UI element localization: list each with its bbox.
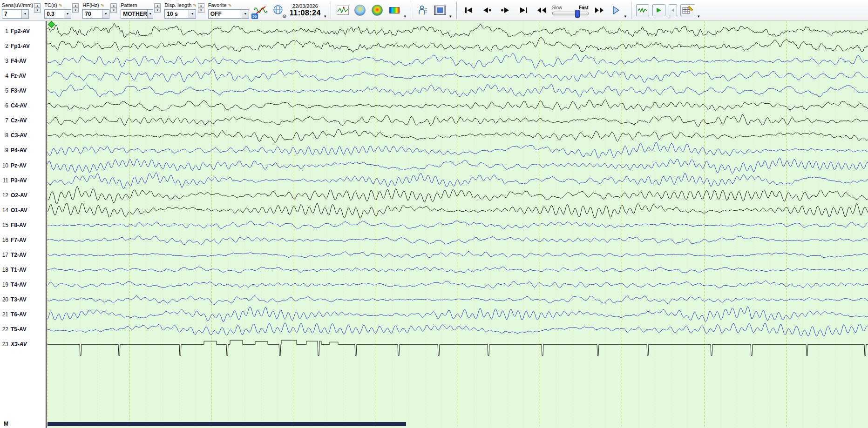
step-forward-button[interactable] bbox=[498, 4, 513, 16]
speed-fast-label: Fast bbox=[579, 5, 589, 11]
sens-select[interactable]: 7▼ bbox=[2, 9, 29, 19]
eeg-trace-canvas[interactable] bbox=[47, 21, 868, 428]
disp-length-dropdown-arrow[interactable]: ▼ bbox=[189, 10, 196, 18]
toolbar-group-tc: TC(s)✎0.3▼▲▼ bbox=[44, 2, 79, 19]
pattern-spinner-up[interactable]: ▲ bbox=[154, 3, 161, 8]
waveform-area[interactable] bbox=[47, 21, 868, 428]
maps-dropdown-arrow[interactable]: ▾ bbox=[404, 14, 406, 19]
hf-select[interactable]: 70▼ bbox=[82, 9, 109, 19]
channel-row-T2-AV[interactable]: 17T2-AV bbox=[0, 251, 46, 259]
step-back-button[interactable] bbox=[480, 4, 495, 16]
sens-dropdown-arrow[interactable]: ▼ bbox=[21, 10, 28, 18]
toolbar-group-sens: Sens(uV/mm)7▼▲▼ bbox=[2, 2, 41, 19]
channel-label: Fp1-AV bbox=[11, 43, 30, 49]
review-play-button[interactable] bbox=[652, 4, 665, 16]
disp-length-spinner-up[interactable]: ▲ bbox=[198, 3, 204, 8]
hf-dropdown-arrow[interactable]: ▼ bbox=[102, 10, 109, 18]
favorite-select[interactable]: OFF▼ bbox=[208, 9, 249, 19]
channel-row-Fp1-AV[interactable]: 2Fp1-AV bbox=[0, 42, 46, 50]
toolbar-separator bbox=[411, 1, 411, 19]
tc-select[interactable]: 0.3▼ bbox=[44, 9, 71, 19]
channel-row-T5-AV[interactable]: 22T5-AV bbox=[0, 326, 46, 333]
channel-label: T5-AV bbox=[11, 326, 27, 333]
go-to-start-button[interactable] bbox=[461, 4, 476, 16]
channel-label: T3-AV bbox=[11, 296, 27, 303]
spectrogram-button[interactable] bbox=[387, 2, 401, 18]
channel-row-Fz-AV[interactable]: 4Fz-AV bbox=[0, 72, 46, 80]
montage-dropdown-arrow[interactable]: ▾ bbox=[698, 14, 700, 19]
tc-spinner-up[interactable]: ▲ bbox=[72, 3, 79, 8]
channel-number: 11 bbox=[0, 177, 8, 184]
spectrogram-icon bbox=[389, 7, 400, 13]
tc-label: TC(s) bbox=[44, 2, 57, 8]
channel-row-P4-AV[interactable]: 9P4-AV bbox=[0, 147, 46, 154]
channel-row-Fp2-AV[interactable]: 1Fp2-AV bbox=[0, 27, 46, 35]
favorite-edit-icon[interactable]: ✎ bbox=[228, 3, 231, 8]
hf-spinner-up[interactable]: ▲ bbox=[110, 3, 117, 8]
speed-slow-label: Slow bbox=[552, 5, 563, 11]
channel-row-F3-AV[interactable]: 5F3-AV bbox=[0, 87, 46, 94]
montage-edit-button[interactable] bbox=[680, 4, 695, 16]
channel-row-C3-AV[interactable]: 8C3-AV bbox=[0, 132, 46, 139]
patient-info-button[interactable] bbox=[416, 2, 430, 18]
pattern-select[interactable]: MOTHER▼ bbox=[121, 9, 153, 19]
tc-edit-icon[interactable]: ✎ bbox=[59, 3, 62, 8]
globe-settings-button[interactable]: ⚙ bbox=[271, 2, 285, 18]
channel-row-P3-AV[interactable]: 11P3-AV bbox=[0, 177, 46, 184]
channel-row-F4-AV[interactable]: 3F4-AV bbox=[0, 57, 46, 65]
play-dropdown-arrow[interactable]: ▾ bbox=[624, 14, 627, 19]
channel-row-O2-AV[interactable]: 12O2-AV bbox=[0, 192, 46, 199]
topography-rainbow-icon bbox=[372, 5, 383, 16]
toolbar-group-hf: HF(Hz)✎70▼▲▼ bbox=[82, 2, 117, 19]
skip-to-start-icon bbox=[465, 7, 473, 13]
channel-row-C4-AV[interactable]: 6C4-AV bbox=[0, 102, 46, 109]
channel-label-gutter: M 1Fp2-AV2Fp1-AV3F4-AV4Fz-AV5F3-AV6C4-AV… bbox=[0, 21, 47, 428]
disp-length-select[interactable]: 10 s▼ bbox=[164, 9, 196, 19]
channel-row-F8-AV[interactable]: 15F8-AV bbox=[0, 221, 46, 229]
disp-length-spinner-down[interactable]: ▼ bbox=[198, 8, 204, 13]
play-button[interactable] bbox=[610, 4, 622, 16]
topography-map-button[interactable] bbox=[353, 2, 367, 18]
tc-spinner-down[interactable]: ▼ bbox=[72, 8, 79, 13]
wave-view-button[interactable] bbox=[636, 4, 649, 16]
notch-filter-button[interactable]: 50 bbox=[252, 2, 268, 18]
favorite-dropdown-arrow[interactable]: ▼ bbox=[242, 10, 249, 18]
channel-label: F8-AV bbox=[11, 222, 27, 228]
hf-edit-icon[interactable]: ✎ bbox=[101, 3, 104, 8]
channel-row-T1-AV[interactable]: 18T1-AV bbox=[0, 266, 46, 274]
channel-label: C3-AV bbox=[11, 132, 27, 139]
trend-chart-button[interactable] bbox=[336, 2, 350, 18]
collapse-button[interactable] bbox=[669, 4, 677, 16]
channel-row-F7-AV[interactable]: 16F7-AV bbox=[0, 236, 46, 244]
channel-label: F3-AV bbox=[11, 87, 27, 94]
channel-row-T6-AV[interactable]: 21T6-AV bbox=[0, 311, 46, 318]
disp-length-edit-icon[interactable]: ✎ bbox=[193, 3, 197, 8]
channel-number: 22 bbox=[0, 326, 8, 333]
video-button[interactable] bbox=[433, 2, 447, 18]
time-text: 11:08:24 bbox=[290, 9, 321, 17]
sens-spinner-up[interactable]: ▲ bbox=[34, 3, 41, 8]
channel-row-Pz-AV[interactable]: 10Pz-AV bbox=[0, 162, 46, 169]
fast-forward-button[interactable] bbox=[592, 4, 607, 16]
rewind-button[interactable] bbox=[534, 4, 549, 16]
channel-number: 9 bbox=[0, 147, 8, 154]
datetime-dropdown-arrow[interactable]: ▾ bbox=[324, 14, 326, 19]
channel-row-O1-AV[interactable]: 14O1-AV bbox=[0, 207, 46, 214]
channel-row-T3-AV[interactable]: 20T3-AV bbox=[0, 296, 46, 303]
go-to-end-button[interactable] bbox=[516, 4, 531, 16]
pattern-spinner-down[interactable]: ▼ bbox=[154, 8, 161, 13]
tc-dropdown-arrow[interactable]: ▼ bbox=[64, 10, 71, 18]
channel-row-T4-AV[interactable]: 19T4-AV bbox=[0, 281, 46, 288]
channel-row-Cz-AV[interactable]: 7Cz-AV bbox=[0, 117, 46, 124]
pattern-label: Pattern bbox=[121, 2, 137, 8]
speed-slider[interactable] bbox=[552, 12, 589, 15]
spectral-map-button[interactable] bbox=[370, 2, 384, 18]
pattern-dropdown-arrow[interactable]: ▼ bbox=[147, 10, 153, 18]
channel-label: Pz-AV bbox=[11, 162, 27, 169]
video-dropdown-arrow[interactable]: ▾ bbox=[449, 14, 452, 19]
speed-slider-handle[interactable] bbox=[575, 10, 580, 18]
hf-spinner-down[interactable]: ▼ bbox=[110, 8, 117, 13]
sens-spinner-down[interactable]: ▼ bbox=[34, 8, 41, 13]
favorite-value: OFF bbox=[210, 11, 222, 17]
channel-row-X3-AV[interactable]: 23X3-AV bbox=[0, 341, 46, 348]
